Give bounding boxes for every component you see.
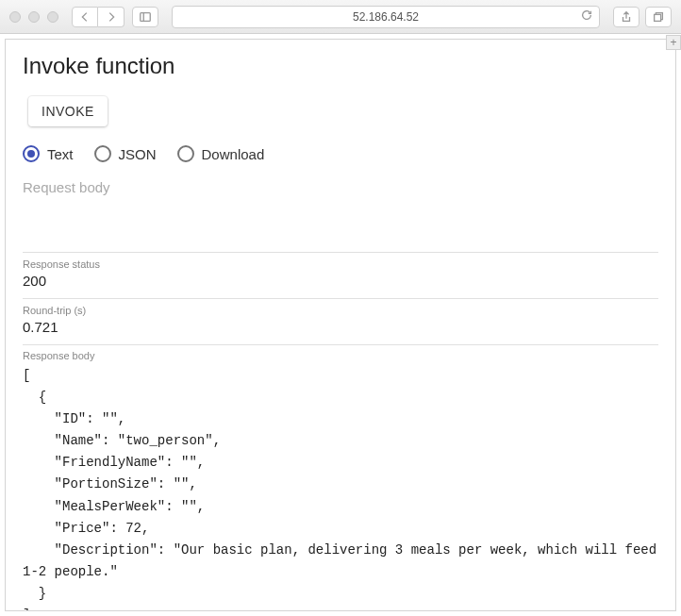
radio-icon xyxy=(94,145,111,162)
radio-text-label: Text xyxy=(47,146,74,162)
reload-icon xyxy=(580,8,593,22)
chevron-left-icon xyxy=(78,10,91,24)
radio-icon xyxy=(177,145,194,162)
round-trip-value: 0.721 xyxy=(23,319,658,335)
chevron-right-icon xyxy=(105,10,118,24)
round-trip-label: Round-trip (s) xyxy=(23,305,658,316)
window-controls xyxy=(9,11,58,23)
back-button[interactable] xyxy=(72,7,98,27)
svg-rect-0 xyxy=(141,12,151,21)
invoke-button[interactable]: INVOKE xyxy=(28,96,108,126)
nav-buttons xyxy=(72,7,125,27)
address-bar[interactable]: 52.186.64.52 xyxy=(172,6,600,28)
minimize-window-icon[interactable] xyxy=(28,11,40,23)
radio-download[interactable]: Download xyxy=(177,145,265,162)
page-content-frame: Invoke function INVOKE Text JSON Downloa… xyxy=(5,39,676,611)
maximize-window-icon[interactable] xyxy=(47,11,58,23)
browser-toolbar: 52.186.64.52 xyxy=(0,0,681,34)
response-status-value: 200 xyxy=(23,273,658,289)
page-title: Invoke function xyxy=(23,53,658,79)
radio-icon-selected xyxy=(23,145,40,162)
page-content: Invoke function INVOKE Text JSON Downloa… xyxy=(6,40,675,611)
sidebar-icon xyxy=(139,10,152,24)
reload-button[interactable] xyxy=(580,8,593,25)
svg-rect-2 xyxy=(655,14,661,21)
radio-text[interactable]: Text xyxy=(23,145,74,162)
tabs-button[interactable] xyxy=(645,7,672,27)
radio-json[interactable]: JSON xyxy=(94,145,157,162)
forward-button[interactable] xyxy=(98,7,125,27)
share-button[interactable] xyxy=(613,7,639,27)
request-body-input[interactable]: Request body xyxy=(23,179,658,195)
response-body-label: Response body xyxy=(23,344,658,361)
response-status-label: Response status xyxy=(23,258,658,270)
share-icon xyxy=(620,10,633,24)
new-tab-button[interactable]: + xyxy=(666,35,681,50)
round-trip-field: Round-trip (s) 0.721 xyxy=(23,298,658,344)
radio-json-label: JSON xyxy=(119,146,157,162)
output-format-radios: Text JSON Download xyxy=(23,145,658,162)
response-status-field: Response status 200 xyxy=(23,252,658,298)
sidebar-toggle-button[interactable] xyxy=(132,7,158,27)
url-text: 52.186.64.52 xyxy=(353,10,419,24)
response-body-value: [ { "ID": "", "Name": "two_person", "Fri… xyxy=(23,365,658,611)
radio-download-label: Download xyxy=(202,146,265,162)
close-window-icon[interactable] xyxy=(9,11,21,23)
tabs-icon xyxy=(652,10,665,24)
toolbar-right xyxy=(613,7,672,27)
